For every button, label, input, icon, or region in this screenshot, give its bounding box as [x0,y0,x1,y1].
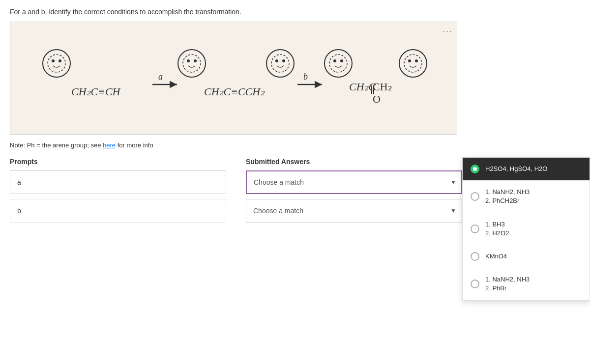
svg-point-4 [59,59,61,62]
prompts-column: Prompts a b [10,158,226,227]
svg-point-15 [282,59,285,62]
svg-text:O: O [373,93,381,105]
svg-text:CH₂: CH₂ [373,81,392,93]
svg-text:CH₂C≡CCH₂: CH₂C≡CCH₂ [204,85,265,98]
dropdown-option-nanh2-phbr[interactable]: 1. NaNH2, NH32. PhBr [463,268,590,300]
dropdown-option-bh3[interactable]: 1. BH32. H2O2 [463,213,590,245]
prompt-label-b: b [17,207,21,215]
chem-image: ··· CH₂C≡CH a [10,22,457,135]
dropdown-option-h2so4-text: H2SO4, HgSO4, H2O [485,165,547,173]
radio-nanh2-phbr [471,280,479,288]
answers-column: Submitted Answers Choose a match H2SO4, … [246,158,462,227]
radio-bh3 [471,224,479,233]
dropdown-option-h2so4[interactable]: H2SO4, HgSO4, H2O [463,158,590,181]
note-content: Note: Ph = the arene group; see [10,141,101,149]
answer-a-wrapper: Choose a match H2SO4, HgSO4, H2O 1. NaNH… [246,170,462,194]
svg-point-22 [340,59,343,62]
dropdown-option-nanh2-phch2br-text: 1. NaNH2, NH32. PhCH2Br [485,188,530,205]
more-options-icon[interactable]: ··· [442,26,453,36]
dropdown-option-bh3-text: 1. BH32. H2O2 [485,220,509,238]
answer-b-wrapper: Choose a match H2SO4, HgSO4, H2O 1. NaNH… [246,199,462,223]
dropdown-panel: H2SO4, HgSO4, H2O 1. NaNH2, NH32. PhCH2B… [462,157,590,301]
dropdown-option-nanh2-phch2br[interactable]: 1. NaNH2, NH32. PhCH2Br [463,181,590,213]
prompts-header: Prompts [10,158,226,166]
svg-point-10 [187,59,190,62]
dropdown-option-kmno4[interactable]: KMnO4 [463,245,590,268]
radio-h2so4 [471,165,479,173]
answers-header: Submitted Answers [246,158,462,166]
dropdown-option-kmno4-text: KMnO4 [485,252,507,261]
svg-point-21 [333,59,336,62]
dropdown-option-nanh2-phbr-text: 1. NaNH2, NH32. PhBr [485,275,530,293]
svg-point-14 [275,59,278,62]
prompt-row-a: a [10,170,226,194]
svg-text:b: b [303,72,308,82]
svg-text:CH₂C≡CH: CH₂C≡CH [71,85,121,98]
svg-point-11 [194,59,197,62]
answer-b-select[interactable]: Choose a match H2SO4, HgSO4, H2O 1. NaNH… [246,199,462,223]
svg-rect-0 [20,27,447,130]
prompt-label-a: a [17,178,21,186]
question-text: For a and b, identify the correct condit… [10,8,462,16]
svg-point-3 [52,59,55,62]
radio-nanh2-phch2br [471,192,479,201]
prompt-row-b: b [10,199,226,223]
svg-text:a: a [158,72,163,82]
radio-kmno4 [471,252,479,261]
here-link[interactable]: here [103,141,116,149]
note-suffix: for more info [118,141,153,149]
prompts-answers-section: Prompts a b Submitted Answers Choose a m… [10,158,462,227]
svg-point-25 [408,59,411,62]
note-text: Note: Ph = the arene group; see here for… [10,141,462,149]
svg-point-26 [415,59,418,62]
chem-svg: CH₂C≡CH a CH₂C≡CCH₂ b [20,27,447,130]
answer-a-select[interactable]: Choose a match H2SO4, HgSO4, H2O 1. NaNH… [246,170,462,194]
question-text-content: For a and b, identify the correct condit… [10,8,241,16]
